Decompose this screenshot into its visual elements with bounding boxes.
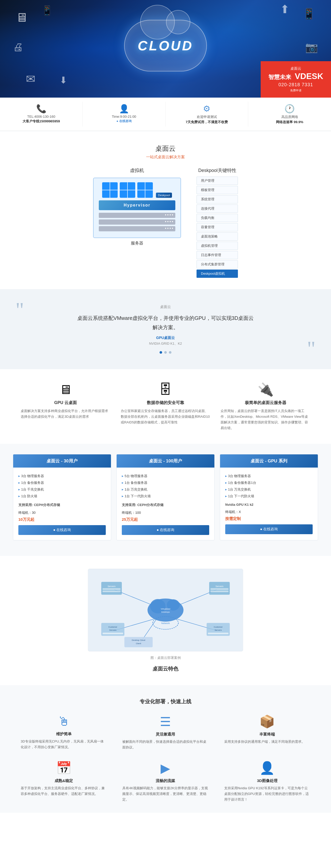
- info-value-2: 7天免费试用，不满意不收费: [171, 120, 243, 124]
- person-icon: 👤: [224, 761, 310, 775]
- special-item-1: ☰ 灵活兼通用 被解面向不同的场景，快速选择最合适的虚拟化平台和桌面协议。: [122, 714, 209, 750]
- feature-title-2: 极简单的桌面云服务器: [221, 400, 310, 406]
- box-icon: 📦: [224, 714, 310, 729]
- pricing-support-2: Nvidia GPU K1 k2: [225, 503, 313, 506]
- feature-item-7: 虚拟机管理: [196, 242, 238, 250]
- promo-apply[interactable]: 免费申请: [269, 89, 323, 92]
- pricing-header-2: 桌面云 - GPU 系列: [220, 455, 318, 468]
- pricing-item-1-3: 1台 下一代防火墙: [122, 493, 209, 500]
- feature-item-10[interactable]: Deskpool虚拟机: [196, 270, 238, 278]
- feature-item-3: 连接代理: [196, 205, 238, 213]
- svg-rect-20: [211, 591, 229, 592]
- pricing-item-0-1: 1台 备份服务器: [18, 479, 106, 486]
- upload-icon: ⬆: [280, 3, 289, 16]
- pricing-body-0: 3台 物理服务器 1台 备份服务器 1台 千兆交换机 1台 防火墙 支持采用: …: [13, 468, 111, 540]
- feature-title-0: GPU 云桌面: [21, 400, 110, 406]
- pricing-card-1: 桌面云 - 100用户 5台 物理服务器 1台 备份服务器 1台 万兆交换机 1…: [116, 454, 215, 540]
- feature-item-8: 日志事件管理: [196, 251, 238, 259]
- quote-author: GPU桌面云: [21, 336, 310, 340]
- pricing-btn-0[interactable]: ● 在线咨询: [18, 525, 106, 535]
- promo-phone: 020-2818 7331: [269, 82, 323, 88]
- feature-card-2: 🔌 极简单的桌面云服务器 众所周知，桌面云的部署一直是困扰IT人员头痛的一项工作…: [221, 382, 310, 431]
- pricing-card-0: 桌面云 - 30用户 3台 物理服务器 1台 备份服务器 1台 千兆交换机 1台…: [13, 454, 111, 540]
- quote-text: 桌面云系统搭配VMware虚拟化平台，并使用专业的GPU，可以实现3D桌面云解决…: [75, 313, 256, 332]
- pricing-item-2-2: 1台 万兆交换机: [225, 486, 313, 493]
- quote-dot-1[interactable]: [164, 351, 167, 354]
- svg-rect-15: [103, 588, 121, 590]
- storage-icon: 🗄: [121, 382, 211, 397]
- pricing-btn-1[interactable]: ● 在线咨询: [122, 525, 209, 535]
- info-item-phone: 📞 TEL:4006-130-160 大客户专线15099965959: [0, 102, 83, 126]
- cloud-shape: CLOUD: [124, 20, 207, 71]
- info-label-3: 高品质网络: [253, 115, 326, 119]
- special-desc-4: 具有4K视频解码能力，能够支接2K分辨率的显示器，支视频显示、保证高清视频宽清晰…: [122, 785, 209, 802]
- pricing-price-2: 按需定制: [225, 516, 313, 521]
- special-item-2: 📦 丰富终端 采用支持多协议的通用客户端，满足不同场景的需求。: [224, 714, 310, 750]
- feature-item-9: 分布式集群管理: [196, 260, 238, 269]
- pricing-support-1: 支持采用: CEPH分布式存储: [122, 503, 209, 507]
- feature-item-2: 系统管理: [196, 195, 238, 204]
- special-title-0: 维护简单: [21, 732, 107, 737]
- pricing-btn-2[interactable]: ● 在线咨询: [225, 524, 313, 534]
- svg-text:Servers: Servers: [215, 585, 223, 588]
- svg-text:Virtualized: Virtualized: [161, 608, 170, 610]
- special-item-4: ▶ 流畅的流媒 具有4K视频解码能力，能够支接2K分辨率的显示器，支视频显示、保…: [122, 761, 209, 802]
- pricing-item-1-1: 1台 备份服务器: [122, 479, 209, 486]
- special-title-2: 丰富终端: [224, 732, 310, 737]
- svg-text:Servers: Servers: [215, 629, 222, 631]
- quote-dot-2[interactable]: [169, 351, 171, 354]
- pricing-item-2-1: 1台 备份服务器1台: [225, 479, 313, 486]
- cloud-special-title: 专业化部署，快速上线: [21, 698, 310, 705]
- info-item-network: 🕐 高品质网络 网络连速率 99.9%: [248, 102, 331, 126]
- svg-text:Desktops: Desktops: [161, 611, 170, 613]
- promo-badge: 桌面云 智慧未来 VDESK 020-2818 7331 免费申请: [261, 61, 331, 98]
- server-icon: 🖨: [13, 41, 23, 53]
- special-item-0: 🖱 维护简单 3D专业版终端采用无CPU,无内存，无风扇，无风扇一体化设计，不用…: [21, 714, 107, 750]
- svg-text:Customer: Customer: [214, 626, 223, 628]
- desktop-cloud-subtitle: 一站式桌面云解决方案: [0, 155, 331, 160]
- plugin-icon: 🔌: [221, 382, 310, 397]
- feature-title-1: 数据存储的安全可靠: [121, 400, 211, 406]
- pricing-body-1: 5台 物理服务器 1台 备份服务器 1台 万兆交换机 1台 下一代防火墙 支持采…: [117, 468, 214, 540]
- info-item-time: 👤 Time:9:00-21:00 ● 在线咨询: [83, 102, 165, 126]
- svg-rect-19: [211, 588, 229, 590]
- pricing-support-0: 支持采用: CEPH分布式存储: [18, 503, 106, 507]
- quote-section: " " 桌面云 桌面云系统搭配VMware虚拟化平台，并使用专业的GPU，可以实…: [0, 289, 331, 369]
- online-consult[interactable]: ● 在线咨询: [88, 119, 160, 123]
- info-label-2: 欢迎申请测试: [171, 115, 243, 119]
- vm-diagram: 虚拟机 Deskpool Hypervisor: [0, 167, 331, 279]
- info-value-0[interactable]: 大客户专线15099965959: [5, 119, 77, 124]
- special-title-4: 流畅的流媒: [122, 778, 209, 783]
- quote-tag: 桌面云: [21, 305, 310, 309]
- info-item-trial: ⚙ 欢迎申请测试 7天免费试用，不满意不收费: [165, 102, 248, 126]
- vm-windows-icons: Deskpool: [99, 182, 175, 198]
- feature-item-6: 桌面池策略: [196, 232, 238, 241]
- pricing-header-1: 桌面云 - 100用户: [117, 455, 214, 468]
- cloud-visual: CLOUD: [124, 20, 207, 72]
- sliders-icon: ☰: [122, 714, 209, 729]
- quote-dot-0[interactable]: [160, 351, 162, 354]
- quote-author-sub: NVIDIA GRID K1、K2: [21, 341, 310, 346]
- promo-tag: 桌面云: [269, 66, 323, 71]
- feature-desc-2: 众所周知，桌面云的部署一直是困扰IT人员头痛的一项工作，比如XenDesktop…: [221, 408, 310, 431]
- deskpool-title: Deskpool关键特性: [196, 167, 238, 174]
- feature-desc-0: 桌面解决方案支持多种商业虚拟化平台，允许用户根据需求选择合适的虚拟化平台，满足3…: [21, 408, 110, 420]
- win-flag-3: [137, 182, 153, 198]
- hypervisor-bar: Hypervisor: [99, 200, 175, 210]
- vdesk-brand: VDESK: [295, 71, 323, 81]
- pricing-item-2-0: 3台 物理服务器: [225, 473, 313, 479]
- play-icon: ▶: [122, 761, 209, 775]
- gear-icon: ⚙: [171, 104, 243, 114]
- vm-title: 虚拟机: [93, 167, 181, 174]
- gpu-icon: 🖥: [21, 382, 110, 397]
- quote-mark-right: ": [307, 338, 315, 359]
- pricing-price-1: 25万元起: [122, 517, 209, 522]
- deskpool-right: Deskpool关键特性 用户管理 模板管理 系统管理 连接代理 负载均衡 容量…: [196, 167, 238, 279]
- svg-text:Servers: Servers: [109, 629, 116, 631]
- special-desc-3: 基于开放架构，支持主流商业虚拟化平台、多种协议，兼容多种虚拟化平台、服务器硬件、…: [21, 785, 107, 797]
- win-flag-1: [102, 182, 118, 198]
- info-value-3: 网络连速率 99.9%: [253, 120, 326, 124]
- user-icon: 👤: [88, 104, 160, 114]
- tablet-icon: 📱: [42, 5, 53, 16]
- download-icon: ⬇: [59, 75, 67, 86]
